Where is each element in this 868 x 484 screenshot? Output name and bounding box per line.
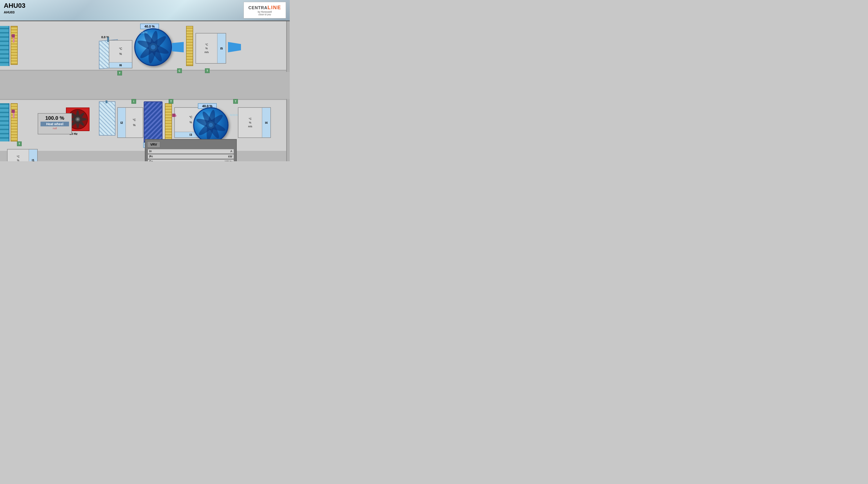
vrv-row-power: P= kW [148,154,234,159]
t-connector-bottom-left: T [17,141,22,146]
i-connector-center: I [131,99,136,104]
c-connector-top: C [177,68,182,73]
coil-bottom-center [165,103,172,141]
sensor-i5-values: °C % m/s [196,33,217,63]
heat-wheel-label: Heat wheel [40,122,69,126]
damper-bottom [99,102,116,136]
logo-line: LINE [267,4,281,10]
t-connector-bottom-cr: T [169,99,174,104]
pipe-connector-bottom-left [11,110,15,113]
page-title: AHU03 [4,2,25,9]
vrv-current-unit: A [220,150,232,153]
page-subtitle: AHU03 [4,10,14,14]
sensor-i2-label: I2 [118,108,126,138]
header: AHU03 AHU03 CENTRA LINE by Honeywell clo… [0,0,290,21]
exhaust-fan-main [193,107,228,143]
intake-louver-top [0,26,9,66]
logo-tagline: close to you [258,13,271,16]
vrv-current-key: I= [149,150,159,153]
sensor-i6[interactable]: °C % I6 [109,40,132,68]
sensor-i2-values: °C % [126,108,143,138]
t-connector-top-right: T [205,68,210,73]
t-connector-bottom-right: T [233,99,238,104]
damper-handle-bottom [105,101,107,103]
vrv-power-key: P= [149,155,159,158]
sensor-i4-label: I4 [262,108,271,138]
airflow-arrows-top: ≈≈≈ [139,29,148,36]
sensor-i6-label: I6 [109,62,132,68]
sensor-i4[interactable]: °C % m/s I4 [238,107,271,138]
sensor-i4-values: °C % m/s [238,108,262,138]
sensor-i1-values: °C % m/s [7,149,29,161]
vrv-power-unit: kW [220,155,232,158]
sensor-i5-label: I5 [217,33,226,63]
heat-wheel-null: null [40,127,69,130]
exhaust-louver-bottom [0,103,9,141]
t-connector-top-center: T [117,71,122,76]
svg-point-6 [76,118,79,120]
main-area: T °C % m/s I1 50 Hz [0,21,290,161]
airflow-arrows-bottom-right: ≈≈≈ [230,112,238,118]
logo-centra: CENTRA [248,5,267,10]
vrv-row-energy: E= kW-hr [148,160,234,161]
heat-wheel-display[interactable]: 100.0 % Heat wheel null [38,113,72,134]
vrv-label[interactable]: VRV [147,141,160,148]
pipe-connector-top-left [11,34,15,37]
sensor-i2[interactable]: I2 °C % [117,107,143,138]
pipe-conn-bottom-1 [172,114,176,117]
vrv-panel: VRV I= A P= kW E= kW-hr I [145,139,237,161]
heat-wheel-value: 100.0 % [40,115,69,121]
supply-cone-top [172,42,184,52]
sensor-i1[interactable]: °C % m/s I1 [7,149,38,161]
right-wall-bottom [286,99,290,161]
coil-bottom-left [10,103,18,141]
vrv-row-current: I= A [148,149,234,154]
coil-top-left [10,26,18,65]
sensor-i1-label: I1 [29,149,37,161]
exhaust-fan-main-svg [194,108,227,142]
right-wall-top [286,21,290,72]
vrv-energy-key: E= [149,160,159,161]
coil-top-right [186,26,193,66]
company-logo: CENTRA LINE by Honeywell close to you [244,2,286,19]
svg-point-12 [151,45,155,50]
svg-point-18 [209,123,213,127]
sensor-i5[interactable]: °C % m/s I5 [195,33,226,64]
vrv-energy-unit: kW-hr [220,160,232,161]
logo-honeywell: by Honeywell [258,10,272,13]
